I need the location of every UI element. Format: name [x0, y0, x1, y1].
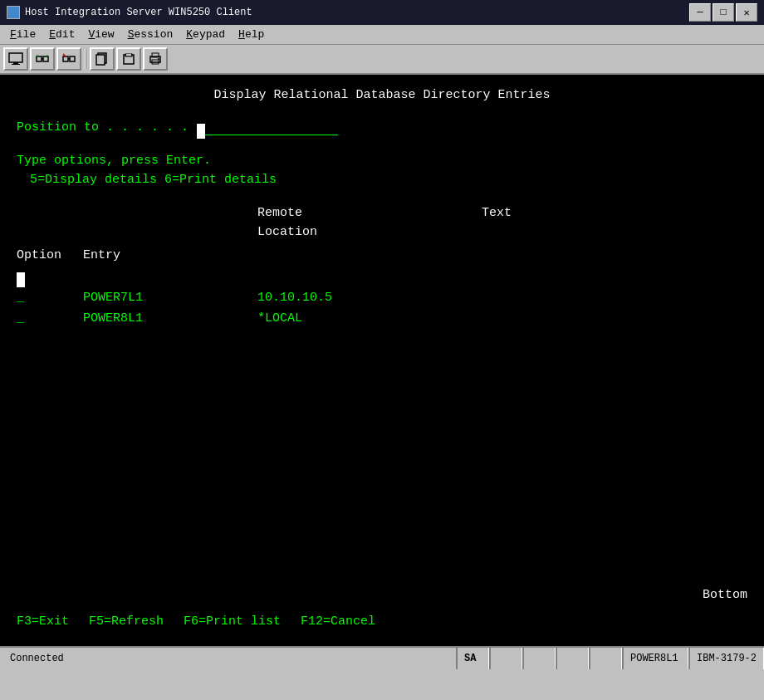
svg-rect-16: [126, 54, 131, 56]
table-row: _ POWER7L1 10.10.10.5: [17, 289, 747, 308]
menu-edit[interactable]: Edit: [42, 27, 81, 42]
svg-rect-2: [12, 64, 20, 65]
status-bar: Connected SA POWER8L1 IBM-3179-2: [0, 646, 764, 669]
position-to-input[interactable]: [197, 120, 338, 135]
menu-session[interactable]: Session: [121, 27, 180, 42]
row1-option: _: [17, 289, 83, 308]
terminal-screen: Display Relational Database Directory En…: [0, 75, 764, 646]
status-seg3: [556, 648, 589, 669]
header-text: [482, 247, 648, 266]
title-bar-left: Host Integration Server WIN5250 Client: [7, 6, 252, 19]
menu-help[interactable]: Help: [232, 27, 271, 42]
row2-location: *LOCAL: [257, 310, 482, 329]
col-header-option: [17, 204, 83, 242]
toolbar-screen-button[interactable]: [3, 47, 28, 71]
status-sa: SA: [456, 648, 489, 669]
f5-key[interactable]: F5=Refresh: [89, 613, 164, 632]
table-row: _ POWER8L1 *LOCAL: [17, 310, 747, 329]
instructions-label: Type options, press Enter.: [17, 152, 747, 171]
cursor-location: [257, 269, 482, 288]
status-seg1: [489, 648, 522, 669]
toolbar-copy-button[interactable]: [90, 47, 115, 71]
app-icon: [7, 6, 20, 19]
row2-option: _: [17, 310, 83, 329]
svg-rect-1: [13, 62, 18, 64]
column-headers: Remote Location Text: [17, 204, 747, 242]
menu-keypad[interactable]: Keypad: [179, 27, 232, 42]
position-to-label: Position to . . . . . .: [17, 119, 189, 138]
status-ibm: IBM-3179-2: [688, 648, 764, 669]
header-entry: Entry: [83, 247, 257, 266]
minimize-button[interactable]: —: [689, 3, 711, 22]
maximize-button[interactable]: □: [713, 3, 734, 22]
row1-text: [482, 289, 648, 308]
title-bar: Host Integration Server WIN5250 Client —…: [0, 0, 764, 25]
f6-key[interactable]: F6=Print list: [184, 613, 281, 632]
cursor-row: [17, 269, 747, 288]
toolbar-separator-1: [85, 49, 86, 69]
col-header-remote: Remote Location: [257, 204, 482, 242]
svg-rect-3: [37, 56, 42, 61]
close-button[interactable]: ✕: [736, 3, 757, 22]
cursor-text: [482, 269, 648, 288]
svg-point-20: [158, 58, 159, 60]
row2-entry: POWER8L1: [83, 310, 257, 329]
options-line: 5=Display details 6=Print details: [30, 171, 747, 190]
cursor: [197, 124, 205, 139]
col-header-entry: [83, 204, 257, 242]
menu-view[interactable]: View: [81, 27, 120, 42]
window-title: Host Integration Server WIN5250 Client: [25, 7, 252, 18]
f3-key[interactable]: F3=Exit: [17, 613, 69, 632]
function-keys: F3=Exit F5=Refresh F6=Print list F12=Can…: [17, 613, 375, 632]
col-header-text: Text: [482, 204, 648, 242]
header-row-labels: Option Entry: [17, 247, 747, 266]
row1-location: 10.10.10.5: [257, 289, 482, 308]
status-seg2: [522, 648, 556, 669]
screen-title: Display Relational Database Directory En…: [17, 86, 747, 105]
toolbar-paste-button[interactable]: [116, 47, 141, 71]
toolbar: [0, 45, 764, 75]
position-to-row: Position to . . . . . .: [17, 119, 747, 138]
menu-bar: File Edit View Session Keypad Help: [0, 25, 764, 45]
status-seg4: [589, 648, 622, 669]
cursor-entry: [83, 269, 257, 288]
option-cursor: [17, 272, 25, 287]
title-bar-controls: — □ ✕: [689, 3, 757, 22]
header-option: Option: [17, 247, 83, 266]
toolbar-disconnect-button[interactable]: [56, 47, 81, 71]
svg-rect-4: [43, 56, 48, 61]
row1-entry: POWER7L1: [83, 289, 257, 308]
row2-text: [482, 310, 648, 329]
f12-key[interactable]: F12=Cancel: [301, 613, 375, 632]
bottom-label: Bottom: [703, 586, 747, 605]
menu-file[interactable]: File: [3, 27, 42, 42]
status-power: POWER8L1: [622, 648, 688, 669]
toolbar-print-button[interactable]: [143, 47, 168, 71]
svg-rect-0: [9, 53, 22, 62]
svg-rect-13: [96, 55, 105, 65]
toolbar-connect-button[interactable]: [30, 47, 55, 71]
cursor-option: [17, 269, 83, 288]
header-location: [257, 247, 482, 266]
svg-rect-9: [70, 56, 75, 61]
connection-status: Connected: [0, 653, 456, 664]
